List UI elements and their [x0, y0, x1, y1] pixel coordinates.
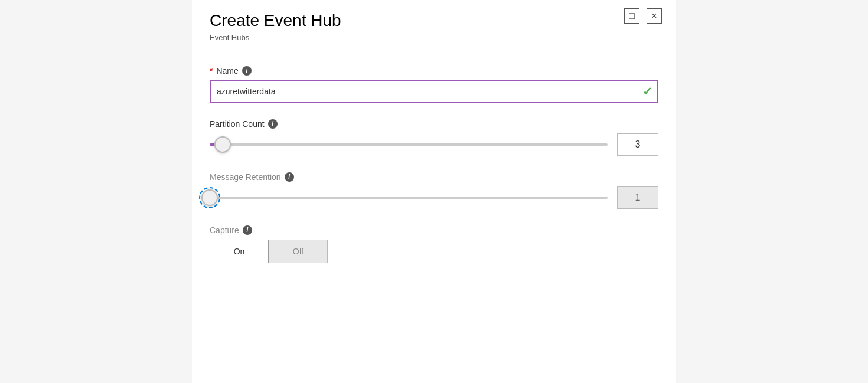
- capture-off-button[interactable]: Off: [269, 240, 328, 263]
- close-button[interactable]: ×: [647, 8, 662, 24]
- message-retention-slider-container: [210, 187, 608, 208]
- partition-count-label: Partition Count i: [210, 119, 658, 129]
- capture-info-icon: i: [243, 225, 252, 235]
- capture-toggle-group: On Off: [210, 240, 658, 263]
- partition-count-slider-thumb[interactable]: [214, 136, 231, 153]
- minimize-icon: □: [629, 11, 635, 21]
- partition-count-label-text: Partition Count: [210, 119, 265, 129]
- partition-count-field-group: Partition Count i 3: [210, 119, 658, 156]
- partition-count-value-box: 3: [617, 133, 658, 156]
- capture-label-text: Capture: [210, 225, 239, 235]
- message-retention-slider-thumb[interactable]: [201, 189, 218, 206]
- capture-on-label: On: [234, 247, 245, 256]
- capture-off-label: Off: [293, 247, 304, 256]
- partition-count-slider-track: [210, 143, 608, 146]
- message-retention-slider-track: [210, 197, 608, 199]
- close-icon: ×: [651, 11, 657, 21]
- partition-count-slider-row: 3: [210, 133, 658, 156]
- panel-subtitle: Event Hubs: [210, 33, 658, 42]
- capture-field-group: Capture i On Off: [210, 225, 658, 263]
- minimize-button[interactable]: □: [624, 8, 639, 24]
- message-retention-value: 1: [635, 192, 641, 203]
- name-info-icon: i: [242, 66, 252, 76]
- header-actions: □ ×: [624, 8, 662, 24]
- name-input[interactable]: [210, 80, 658, 103]
- message-retention-slider-row: 1: [210, 186, 658, 209]
- name-field-label: * Name i: [210, 66, 658, 76]
- capture-label: Capture i: [210, 225, 658, 235]
- message-retention-value-box: 1: [617, 186, 658, 209]
- partition-count-info-icon: i: [268, 119, 278, 129]
- name-label-text: Name: [216, 66, 238, 76]
- message-retention-info-icon: i: [285, 172, 294, 182]
- header-divider: [192, 48, 676, 48]
- capture-on-button[interactable]: On: [210, 240, 269, 263]
- name-valid-check: ✓: [642, 84, 652, 99]
- panel-body: * Name i ✓ Partition Count i: [192, 60, 676, 297]
- message-retention-label: Message Retention i: [210, 172, 658, 182]
- panel-header: Create Event Hub Event Hubs □ ×: [192, 0, 676, 42]
- partition-count-slider-container: [210, 134, 608, 155]
- message-retention-label-text: Message Retention: [210, 172, 281, 182]
- partition-count-value: 3: [635, 139, 641, 150]
- required-star: *: [210, 66, 213, 76]
- message-retention-field-group: Message Retention i 1: [210, 172, 658, 209]
- name-input-wrapper: ✓: [210, 80, 658, 103]
- page-title: Create Event Hub: [210, 11, 658, 31]
- name-field-group: * Name i ✓: [210, 66, 658, 103]
- create-event-hub-panel: Create Event Hub Event Hubs □ × * Name i…: [192, 0, 676, 383]
